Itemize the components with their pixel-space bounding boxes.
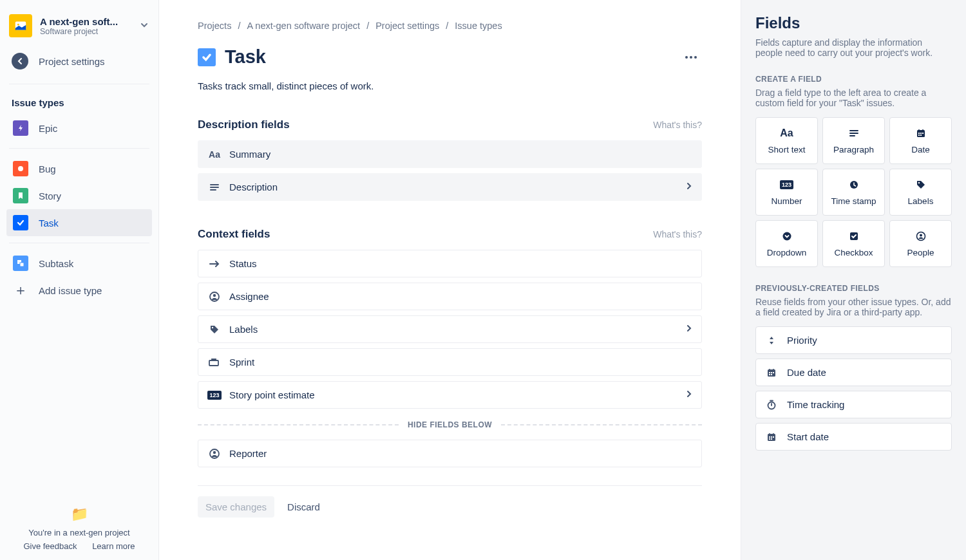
fields-panel-title: Fields xyxy=(755,14,952,32)
sidebar-footer: 📁 You're in a next-gen project Give feed… xyxy=(6,501,152,554)
whats-this-link[interactable]: What's this? xyxy=(653,229,702,239)
sidebar-item-task[interactable]: Task xyxy=(6,209,152,236)
field-row[interactable]: Assignee xyxy=(198,283,702,310)
sidebar-item-bug[interactable]: Bug xyxy=(6,155,152,182)
field-label: Labels xyxy=(229,324,258,335)
chevron-down-icon xyxy=(139,20,149,32)
fields-panel: Fields Fields capture and display the in… xyxy=(741,0,966,560)
add-issue-type[interactable]: ＋ Add issue type xyxy=(6,277,152,304)
sidebar-item-subtask[interactable]: Subtask xyxy=(6,250,152,277)
sidebar: A next-gen soft... Software project Proj… xyxy=(0,0,159,560)
field-type-card[interactable]: People xyxy=(889,220,952,267)
learn-more-link[interactable]: Learn more xyxy=(92,541,135,551)
previous-fields-heading: PREVIOUSLY-CREATED FIELDS xyxy=(755,284,952,293)
svg-rect-12 xyxy=(918,133,920,134)
field-type-card[interactable]: Dropdown xyxy=(755,220,818,267)
back-to-project-settings[interactable]: Project settings xyxy=(6,48,152,81)
field-type-card[interactable]: Time stamp xyxy=(822,169,885,216)
field-icon xyxy=(765,368,778,378)
footer-actions: Save changes Discard xyxy=(198,485,702,518)
field-label: Description xyxy=(229,182,278,192)
svg-point-18 xyxy=(918,182,919,183)
field-type-card[interactable]: 123Number xyxy=(755,169,818,216)
context-fields-heading: Context fields xyxy=(198,228,270,241)
back-arrow-icon xyxy=(12,53,28,70)
epic-icon xyxy=(13,120,28,136)
field-type-label: Number xyxy=(771,196,802,206)
sidebar-item-epic[interactable]: Epic xyxy=(6,115,152,142)
whats-this-link[interactable]: What's this? xyxy=(653,120,702,130)
field-label: Assignee xyxy=(229,291,269,302)
field-row[interactable]: Labels xyxy=(198,315,702,343)
field-icon xyxy=(765,432,778,442)
previous-field-row[interactable]: Due date xyxy=(755,359,952,386)
field-type-card[interactable]: AaShort text xyxy=(755,117,818,164)
field-type-icon xyxy=(916,230,926,243)
field-type-label: People xyxy=(907,248,934,257)
fields-panel-description: Fields capture and display the informati… xyxy=(755,37,952,58)
field-type-label: Dropdown xyxy=(767,248,807,257)
previous-field-row[interactable]: Start date xyxy=(755,423,952,451)
field-type-label: Checkbox xyxy=(834,248,873,257)
field-type-icon xyxy=(849,127,859,140)
create-field-hint: Drag a field type to the left area to cr… xyxy=(755,88,952,108)
bug-icon xyxy=(13,161,28,176)
chevron-right-icon xyxy=(686,324,692,335)
discard-button[interactable]: Discard xyxy=(279,496,328,518)
svg-rect-25 xyxy=(771,372,772,373)
sidebar-item-label: Task xyxy=(39,218,59,229)
task-icon xyxy=(13,215,28,230)
sidebar-item-label: Subtask xyxy=(39,258,73,269)
previous-field-row[interactable]: Priority xyxy=(755,326,952,354)
svg-point-7 xyxy=(212,326,213,328)
project-type: Software project xyxy=(40,27,131,36)
give-feedback-link[interactable]: Give feedback xyxy=(23,541,77,551)
previous-field-row[interactable]: Time tracking xyxy=(755,391,952,418)
svg-rect-31 xyxy=(769,436,770,438)
field-type-icon xyxy=(782,230,792,243)
field-type-card[interactable]: Paragraph xyxy=(822,117,885,164)
project-name: A next-gen soft... xyxy=(40,16,131,27)
issue-type-description: Tasks track small, distinct pieces of wo… xyxy=(198,80,702,91)
previous-fields-hint: Reuse fields from your other issue types… xyxy=(755,297,952,317)
sidebar-item-label: Story xyxy=(39,191,61,201)
project-avatar xyxy=(9,14,32,37)
field-type-label: Date xyxy=(911,145,930,154)
project-switcher[interactable]: A next-gen soft... Software project xyxy=(6,14,152,48)
field-row[interactable]: Description xyxy=(198,173,702,201)
field-row[interactable]: AaSummary xyxy=(198,140,702,168)
breadcrumb-link[interactable]: A next-gen software project xyxy=(247,21,360,31)
field-row[interactable]: 123Story point estimate xyxy=(198,381,702,409)
more-actions-button[interactable] xyxy=(680,51,702,64)
breadcrumb-link[interactable]: Projects xyxy=(198,21,231,31)
field-icon: Aa xyxy=(207,149,222,160)
field-type-icon xyxy=(916,178,926,191)
subtask-icon xyxy=(13,256,28,271)
field-type-card[interactable]: Labels xyxy=(889,169,952,216)
field-icon xyxy=(207,324,222,335)
save-button[interactable]: Save changes xyxy=(198,496,274,518)
field-label: Due date xyxy=(787,367,826,378)
breadcrumb-link[interactable]: Project settings xyxy=(375,21,439,31)
field-label: Story point estimate xyxy=(229,389,315,400)
field-type-label: Time stamp xyxy=(831,196,876,206)
sidebar-item-story[interactable]: Story xyxy=(6,182,152,209)
field-type-icon: Aa xyxy=(780,127,793,140)
field-label: Priority xyxy=(787,335,817,346)
svg-rect-35 xyxy=(771,438,772,440)
sidebar-item-label: Epic xyxy=(39,123,57,134)
field-icon xyxy=(765,335,778,346)
field-type-card[interactable]: Checkbox xyxy=(822,220,885,267)
field-type-card[interactable]: Date xyxy=(889,117,952,164)
field-row[interactable]: Reporter xyxy=(198,440,702,467)
field-icon xyxy=(207,358,222,367)
field-label: Start date xyxy=(787,431,829,442)
sidebar-item-label: Bug xyxy=(39,163,56,174)
dots-icon xyxy=(685,56,688,59)
field-icon xyxy=(207,183,222,192)
field-type-label: Paragraph xyxy=(833,145,874,154)
svg-rect-32 xyxy=(771,436,772,438)
svg-point-1 xyxy=(17,24,19,26)
field-row[interactable]: Status xyxy=(198,250,702,277)
field-row[interactable]: Sprint xyxy=(198,348,702,376)
